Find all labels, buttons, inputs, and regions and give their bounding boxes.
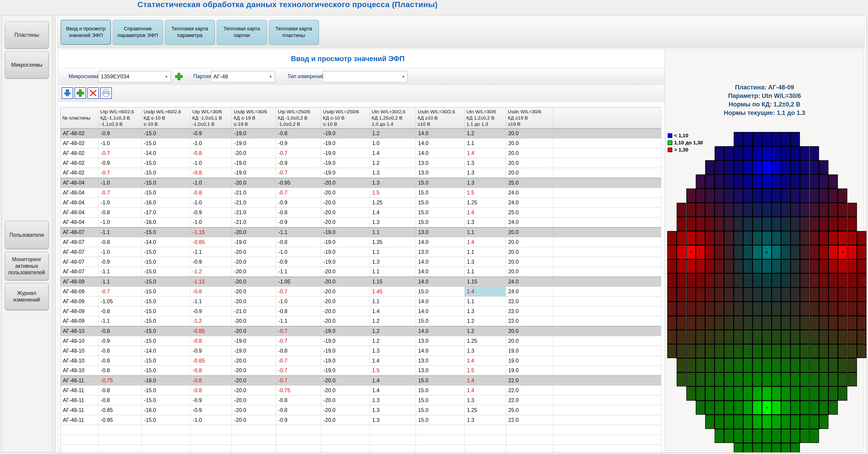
empty-cell[interactable] bbox=[553, 237, 661, 247]
value-cell[interactable]: -15.0 bbox=[142, 188, 190, 198]
value-cell[interactable]: -1.0 bbox=[276, 247, 321, 257]
value-cell[interactable]: -1.1 bbox=[98, 227, 142, 237]
value-cell[interactable]: 1.3 bbox=[465, 257, 506, 267]
value-cell[interactable]: -15.0 bbox=[142, 138, 190, 148]
value-cell[interactable]: -20.0 bbox=[232, 277, 276, 287]
wafer-id-cell[interactable]: АГ-48-04 bbox=[61, 188, 98, 198]
value-cell[interactable]: 13.0 bbox=[416, 247, 465, 257]
wafer-id-cell[interactable]: АГ-48-07 bbox=[61, 227, 98, 237]
value-cell[interactable]: -20.0 bbox=[232, 287, 276, 296]
value-cell[interactable]: -15.0 bbox=[142, 129, 190, 138]
empty-cell[interactable] bbox=[553, 277, 661, 287]
empty-cell[interactable] bbox=[61, 445, 98, 453]
value-cell[interactable]: 24.0 bbox=[506, 198, 553, 207]
empty-cell[interactable] bbox=[553, 405, 661, 415]
empty-cell[interactable] bbox=[553, 445, 661, 453]
value-cell[interactable]: -19.0 bbox=[321, 138, 370, 148]
value-cell[interactable]: -20.0 bbox=[232, 316, 276, 326]
value-cell[interactable]: 14.0 bbox=[416, 267, 465, 277]
value-cell[interactable]: -19.0 bbox=[321, 227, 370, 237]
sidebar-item-change-journal[interactable]: Журнал изменений bbox=[5, 283, 49, 310]
value-cell[interactable]: -19.0 bbox=[232, 158, 276, 168]
empty-cell[interactable] bbox=[232, 425, 276, 435]
value-cell[interactable]: 15.0 bbox=[416, 198, 465, 207]
value-cell[interactable]: -20.0 bbox=[232, 386, 276, 395]
wafer-id-cell[interactable]: АГ-48-11 bbox=[61, 395, 98, 405]
value-cell[interactable]: 20.0 bbox=[506, 267, 553, 277]
value-cell[interactable]: -19.0 bbox=[321, 129, 370, 138]
value-cell[interactable]: 1.1 bbox=[370, 247, 416, 257]
value-cell[interactable]: 25.0 bbox=[506, 178, 553, 188]
wafer-id-cell[interactable]: АГ-48-07 bbox=[61, 237, 98, 247]
value-cell[interactable]: -0.7 bbox=[276, 188, 321, 198]
value-cell[interactable]: -14.0 bbox=[142, 346, 190, 356]
value-cell[interactable]: -1.0 bbox=[98, 138, 142, 148]
value-cell[interactable]: -20.0 bbox=[321, 218, 370, 227]
empty-cell[interactable] bbox=[142, 425, 190, 435]
value-cell[interactable]: -20.0 bbox=[321, 316, 370, 326]
value-cell[interactable]: -0.8 bbox=[98, 395, 142, 405]
value-cell[interactable]: 1.3 bbox=[370, 405, 416, 415]
wafer-id-cell[interactable]: АГ-48-09 bbox=[61, 277, 98, 287]
value-cell[interactable]: -1.1 bbox=[276, 267, 321, 277]
value-cell[interactable]: 13.0 bbox=[416, 356, 465, 366]
wafer-id-cell[interactable]: АГ-48-10 bbox=[61, 336, 98, 346]
value-cell[interactable]: 15.0 bbox=[416, 395, 465, 405]
empty-cell[interactable] bbox=[553, 129, 661, 138]
value-cell[interactable]: -20.0 bbox=[321, 198, 370, 207]
value-cell[interactable]: -0.8 bbox=[190, 168, 232, 178]
add-row-button[interactable] bbox=[74, 87, 86, 99]
empty-cell[interactable] bbox=[276, 435, 321, 445]
value-cell[interactable]: 22.0 bbox=[506, 306, 553, 316]
value-cell[interactable]: 1.4 bbox=[370, 306, 416, 316]
value-cell[interactable]: 14.0 bbox=[416, 138, 465, 148]
value-cell[interactable]: 15.0 bbox=[416, 415, 465, 425]
value-cell[interactable]: 15.0 bbox=[416, 405, 465, 415]
value-cell[interactable]: -0.9 bbox=[98, 129, 142, 138]
value-cell[interactable]: 15.0 bbox=[416, 188, 465, 198]
empty-cell[interactable] bbox=[553, 168, 661, 178]
value-cell[interactable]: -1.0 bbox=[98, 247, 142, 257]
empty-cell[interactable] bbox=[416, 445, 465, 453]
value-cell[interactable]: 1.1 bbox=[370, 296, 416, 306]
empty-cell[interactable] bbox=[553, 356, 661, 366]
empty-cell[interactable] bbox=[506, 445, 553, 453]
value-cell[interactable]: -0.7 bbox=[98, 168, 142, 178]
value-cell[interactable]: -0.8 bbox=[98, 366, 142, 376]
value-cell[interactable]: 14.0 bbox=[416, 129, 465, 138]
value-cell[interactable]: -14.0 bbox=[142, 237, 190, 247]
delete-row-button[interactable] bbox=[87, 87, 99, 99]
value-cell[interactable]: -20.0 bbox=[321, 386, 370, 395]
value-cell[interactable]: 1.3 bbox=[370, 257, 416, 267]
empty-cell[interactable] bbox=[465, 435, 506, 445]
value-cell[interactable]: -20.0 bbox=[232, 415, 276, 425]
empty-cell[interactable] bbox=[553, 178, 661, 188]
value-cell[interactable]: 1.1 bbox=[465, 138, 506, 148]
measurement-type-select[interactable]: ▼ bbox=[323, 71, 408, 82]
sidebar-item-microchips[interactable]: Микросхемы bbox=[5, 51, 49, 78]
empty-cell[interactable] bbox=[98, 445, 142, 453]
value-cell[interactable]: 1.4 bbox=[465, 376, 506, 386]
value-cell[interactable]: 1.3 bbox=[465, 415, 506, 425]
wafer-id-cell[interactable]: АГ-48-04 bbox=[61, 218, 98, 227]
value-cell[interactable]: -16.0 bbox=[142, 405, 190, 415]
wafer-id-cell[interactable]: АГ-48-11 bbox=[61, 386, 98, 395]
value-cell[interactable]: 19.0 bbox=[506, 346, 553, 356]
value-cell[interactable]: -0.9 bbox=[98, 336, 142, 346]
empty-cell[interactable] bbox=[506, 435, 553, 445]
wafer-id-cell[interactable]: АГ-48-09 bbox=[61, 296, 98, 306]
value-cell[interactable]: -0.8 bbox=[276, 207, 321, 218]
value-cell[interactable]: -0.95 bbox=[98, 415, 142, 425]
value-cell[interactable]: 1.1 bbox=[465, 227, 506, 237]
value-cell[interactable]: -1.0 bbox=[190, 198, 232, 207]
value-cell[interactable]: 15.0 bbox=[416, 178, 465, 188]
value-cell[interactable]: -21.0 bbox=[232, 218, 276, 227]
empty-cell[interactable] bbox=[232, 445, 276, 453]
value-cell[interactable]: -0.9 bbox=[190, 346, 232, 356]
value-cell[interactable]: -1.1 bbox=[276, 227, 321, 237]
value-cell[interactable]: -0.7 bbox=[276, 366, 321, 376]
value-cell[interactable]: -15.0 bbox=[142, 287, 190, 296]
value-cell[interactable]: -20.0 bbox=[321, 415, 370, 425]
value-cell[interactable]: -20.0 bbox=[321, 395, 370, 405]
value-cell[interactable]: -0.7 bbox=[276, 287, 321, 296]
